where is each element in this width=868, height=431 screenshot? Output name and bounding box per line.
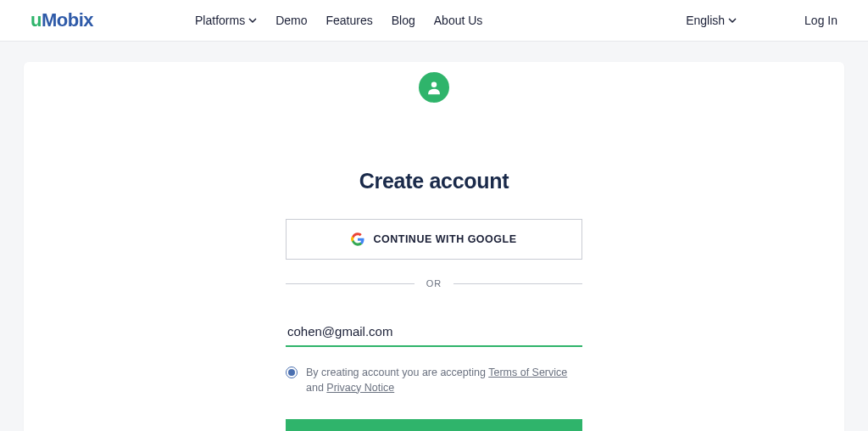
nav-label-platforms: Platforms [195, 14, 245, 27]
divider-line [453, 283, 582, 284]
nav-label-about: About Us [434, 14, 483, 27]
continue-with-google-button[interactable]: CONTINUE WITH GOOGLE [286, 219, 582, 260]
terms-pre: By creating account you are accepting [306, 367, 488, 378]
login-label: Log In [804, 14, 837, 27]
logo-rest: Mobix [42, 9, 93, 31]
terms-of-service-link[interactable]: Terms of Service [488, 367, 567, 378]
create-account-button[interactable]: CREATE ACCOUNT [286, 419, 582, 431]
terms-row: By creating account you are accepting Te… [286, 366, 582, 395]
divider-line [286, 283, 415, 284]
nav: Platforms Demo Features Blog About Us [195, 14, 482, 27]
login-link[interactable]: Log In [804, 14, 837, 27]
nav-item-platforms[interactable]: Platforms [195, 14, 257, 27]
signup-card: Create account CONTINUE WITH GOOGLE OR [24, 62, 844, 431]
avatar-icon [419, 72, 449, 103]
email-input[interactable] [286, 319, 582, 347]
radio-dot-icon [288, 369, 295, 376]
signup-form: Create account CONTINUE WITH GOOGLE OR [286, 169, 582, 431]
svg-point-0 [431, 82, 437, 87]
google-icon [351, 232, 364, 246]
or-divider: OR [286, 278, 582, 288]
page-title: Create account [286, 169, 582, 193]
or-label: OR [426, 278, 442, 288]
nav-item-demo[interactable]: Demo [275, 14, 307, 27]
chevron-down-icon [248, 16, 257, 25]
terms-radio[interactable] [286, 367, 298, 378]
google-button-label: CONTINUE WITH GOOGLE [373, 233, 516, 245]
logo-u: u [31, 9, 42, 31]
header: uMobix Platforms Demo Features Blog Abou… [0, 0, 868, 42]
logo[interactable]: uMobix [31, 9, 93, 31]
nav-item-about[interactable]: About Us [434, 14, 483, 27]
chevron-down-icon [728, 16, 737, 25]
nav-label-features: Features [326, 14, 373, 27]
language-label: English [686, 14, 725, 27]
language-selector[interactable]: English [686, 14, 737, 27]
nav-label-demo: Demo [275, 14, 307, 27]
nav-item-features[interactable]: Features [326, 14, 373, 27]
nav-item-blog[interactable]: Blog [392, 14, 415, 27]
nav-label-blog: Blog [392, 14, 415, 27]
terms-text: By creating account you are accepting Te… [306, 366, 582, 395]
terms-mid: and [306, 382, 326, 394]
privacy-notice-link[interactable]: Privacy Notice [326, 382, 394, 394]
